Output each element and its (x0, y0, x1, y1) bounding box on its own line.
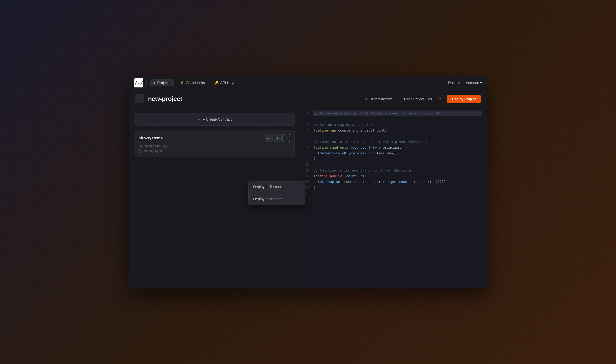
sidebar: ＋ + Create Contract hiro-systems ••• ƒ (129, 108, 300, 289)
contract-actions: ••• ƒ ✓ (265, 134, 290, 142)
contract-name: hiro-systems (138, 136, 163, 140)
devnet-status-button[interactable]: Devnet inactive (361, 95, 397, 103)
code-line-5 (314, 133, 482, 139)
code-editor[interactable]: 1 2 3 4 5 6 7 8 9 10 11 12 13 14 15 (300, 108, 487, 289)
code-line-7: (define-read-only (get-count (who princi… (314, 145, 482, 150)
api-keys-icon: 🔑 (214, 81, 218, 85)
line-num-15: 15 (305, 190, 310, 196)
code-line-1: ;; An on-chain counter that stores a cou… (313, 111, 482, 116)
line-num-9: 9 (305, 156, 310, 162)
deploy-testnet-item[interactable]: Deploy to Testnet → (249, 181, 305, 193)
deploy-project-button[interactable]: Deploy Project (447, 95, 481, 103)
contract-status: ⊖ Not deployed (138, 149, 290, 153)
check-button[interactable]: ✓ (283, 134, 290, 142)
nav-label-api-keys: API Keys (220, 81, 235, 85)
code-line-15 (314, 190, 482, 196)
devnet-status-label: Devnet inactive (370, 97, 393, 101)
check-icon: ✓ (285, 136, 288, 140)
code-line-8: (default-to u0 (map-get? counters who))) (314, 150, 482, 156)
code-line-12: (define-public (count-up) (314, 173, 482, 179)
code-line-11: ;; Function to increment the count for t… (314, 168, 482, 173)
line-num-4: 4 (305, 128, 310, 133)
nav-label-chainhooks: Chainhooks (186, 81, 205, 85)
open-files-button-group: Open Project Files ▾ (400, 95, 444, 103)
code-area: 1 2 3 4 5 6 7 8 9 10 11 12 13 14 15 (300, 108, 487, 199)
code-line-13: (ok (map-set counters tx-sender (+ (get-… (314, 179, 482, 185)
contract-card-header: hiro-systems ••• ƒ ✓ (138, 134, 290, 142)
contract-card: hiro-systems ••• ƒ ✓ Last edited 1 min a… (134, 130, 295, 157)
back-button[interactable]: ← (135, 94, 144, 103)
header-right: Devnet inactive Open Project Files ▾ Dep… (361, 95, 481, 103)
page-title: new-project (148, 95, 182, 102)
deploy-mainnet-label: Deploy to Mainnet (253, 197, 283, 201)
line-num-14: 14 (305, 185, 310, 190)
logo[interactable]: /-/ (134, 78, 143, 87)
ellipsis-icon: ••• (267, 136, 271, 140)
projects-icon: ≡ (153, 81, 156, 85)
line-num-13: 13 (305, 179, 310, 185)
app-window: /-/ ≡ Projects ⚡ Chainhooks 🔑 API Keys D… (129, 76, 487, 289)
code-line-4: (define-map counters principal uint) (314, 128, 482, 133)
account-button[interactable]: Account ▾ (466, 81, 482, 85)
nav-item-chainhooks[interactable]: ⚡ Chainhooks (176, 79, 209, 86)
nav-label-projects: Projects (157, 81, 171, 85)
code-line-6: ;; Function to retrieve the count for a … (314, 139, 482, 145)
nav-item-api-keys[interactable]: 🔑 API Keys (211, 79, 239, 86)
deploy-testnet-label: Deploy to Testnet (253, 185, 281, 189)
code-line-10 (314, 162, 482, 168)
chainhooks-icon: ⚡ (180, 81, 184, 85)
docs-link[interactable]: Docs ↗ (448, 81, 461, 85)
status-circle-icon: ⊖ (138, 149, 142, 153)
line-num-11: 11 (305, 168, 310, 173)
arrow-right-icon-2: → (296, 197, 300, 201)
main-content: ＋ + Create Contract hiro-systems ••• ƒ (129, 108, 487, 289)
nav-item-projects[interactable]: ≡ Projects (150, 79, 174, 86)
line-num-6: 6 (305, 139, 310, 145)
plus-icon: ＋ (197, 117, 201, 122)
code-line-9: ) (314, 156, 482, 162)
code-content: ;; An on-chain counter that stores a cou… (314, 111, 487, 196)
line-num-5: 5 (305, 133, 310, 139)
deploy-mainnet-item[interactable]: Deploy to Mainnet → (249, 193, 305, 205)
code-line-14: ) (314, 185, 482, 190)
line-num-8: 8 (305, 150, 310, 156)
code-line-2 (314, 116, 482, 122)
devnet-status-dot (365, 98, 367, 100)
more-options-button[interactable]: ••• (265, 134, 273, 142)
contract-status-label: Not deployed (144, 149, 162, 153)
line-num-12: 12 (305, 173, 310, 179)
top-nav: /-/ ≡ Projects ⚡ Chainhooks 🔑 API Keys D… (129, 76, 487, 90)
contract-last-edited: Last edited 1 min ago (138, 144, 290, 148)
open-files-main-button[interactable]: Open Project Files (400, 95, 436, 103)
function-button[interactable]: ƒ (274, 134, 282, 142)
nav-divider (146, 80, 147, 86)
line-num-1: 1 (305, 111, 310, 116)
arrow-right-icon: → (296, 184, 300, 189)
line-num-10: 10 (305, 162, 310, 168)
line-num-2: 2 (305, 116, 310, 122)
open-files-caret-button[interactable]: ▾ (436, 95, 444, 103)
page-header: ← new-project Devnet inactive Open Proje… (129, 90, 487, 108)
caret-down-icon: ▾ (439, 97, 441, 100)
create-contract-button[interactable]: ＋ + Create Contract (134, 113, 295, 126)
line-num-3: 3 (305, 122, 310, 128)
line-num-7: 7 (305, 145, 310, 150)
deploy-dropdown-menu: Deploy to Testnet → Deploy to Mainnet → (248, 181, 305, 205)
nav-right: Docs ↗ Account ▾ (448, 81, 482, 85)
function-icon: ƒ (277, 136, 279, 140)
code-line-3: ;; Define a map data structure (314, 122, 482, 128)
